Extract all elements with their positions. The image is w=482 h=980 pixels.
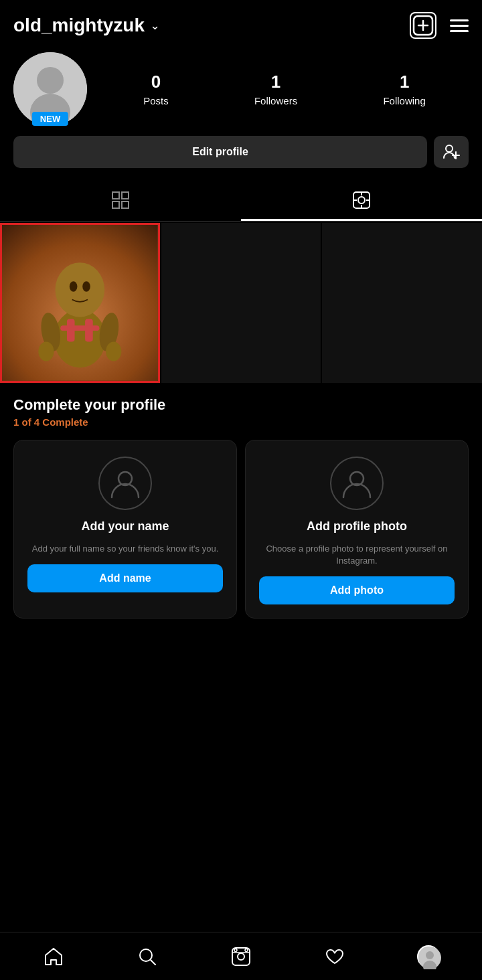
photo-grid bbox=[0, 223, 482, 383]
nav-profile-avatar bbox=[417, 945, 440, 968]
followers-label: Followers bbox=[254, 95, 297, 106]
add-photo-button[interactable]: Add photo bbox=[259, 576, 455, 604]
profile-nav-icon bbox=[418, 947, 441, 969]
person-add-icon bbox=[443, 143, 460, 161]
svg-point-14 bbox=[358, 197, 365, 203]
tab-grid[interactable] bbox=[0, 181, 241, 221]
following-label: Following bbox=[383, 95, 425, 106]
svg-rect-12 bbox=[122, 201, 129, 208]
groot-image bbox=[2, 225, 158, 381]
header-right bbox=[410, 12, 469, 39]
profile-section: NEW 0 Posts 1 Followers 1 Following bbox=[0, 46, 482, 136]
reels-icon bbox=[231, 947, 251, 967]
svg-point-21 bbox=[54, 309, 106, 368]
card-avatar-icon-1 bbox=[98, 457, 152, 510]
search-icon bbox=[137, 947, 157, 967]
posts-stat[interactable]: 0 Posts bbox=[143, 72, 169, 106]
profile-tabs bbox=[0, 181, 482, 222]
username-label[interactable]: old_mightyzuk bbox=[13, 15, 145, 36]
grid-item-3[interactable] bbox=[322, 223, 482, 383]
edit-profile-button[interactable]: Edit profile bbox=[13, 136, 427, 168]
svg-line-35 bbox=[151, 960, 155, 965]
person-icon-2 bbox=[340, 467, 374, 500]
svg-point-28 bbox=[106, 341, 121, 361]
grid-item-2[interactable] bbox=[161, 223, 321, 383]
stats-section: 0 Posts 1 Followers 1 Following bbox=[100, 72, 469, 106]
new-badge: NEW bbox=[32, 112, 68, 126]
complete-profile-section: Complete your profile 1 of 4 Complete Ad… bbox=[0, 383, 482, 625]
svg-point-4 bbox=[37, 67, 64, 94]
svg-rect-11 bbox=[112, 201, 119, 208]
plus-square-icon bbox=[412, 15, 434, 36]
svg-point-23 bbox=[70, 281, 78, 292]
svg-point-37 bbox=[238, 953, 244, 960]
header-left: old_mightyzuk ⌄ bbox=[13, 15, 160, 36]
add-photo-card: Add profile photo Choose a profile photo… bbox=[245, 440, 469, 619]
bottom-nav bbox=[0, 932, 482, 980]
following-count: 1 bbox=[400, 72, 409, 92]
card-title-1: Add your name bbox=[81, 519, 169, 534]
home-icon bbox=[44, 947, 64, 967]
svg-point-40 bbox=[245, 949, 248, 951]
followers-count: 1 bbox=[271, 72, 280, 92]
card-title-2: Add profile photo bbox=[307, 519, 407, 534]
heart-icon bbox=[325, 947, 345, 967]
posts-label: Posts bbox=[143, 95, 169, 106]
add-name-button[interactable]: Add name bbox=[27, 564, 223, 592]
nav-profile[interactable] bbox=[408, 936, 449, 977]
svg-rect-10 bbox=[122, 192, 129, 199]
nav-reels[interactable] bbox=[221, 936, 261, 977]
add-post-button[interactable] bbox=[410, 12, 436, 39]
card-desc-2: Choose a profile photo to represent your… bbox=[259, 543, 455, 567]
card-desc-1: Add your full name so your friends know … bbox=[32, 543, 219, 555]
grid-icon bbox=[111, 191, 130, 210]
hamburger-menu-button[interactable] bbox=[450, 19, 469, 32]
svg-point-6 bbox=[446, 145, 453, 152]
tab-tagged[interactable] bbox=[241, 181, 482, 221]
person-icon-1 bbox=[108, 467, 142, 500]
header: old_mightyzuk ⌄ bbox=[0, 0, 482, 46]
svg-point-39 bbox=[234, 949, 237, 951]
card-avatar-icon-2 bbox=[330, 457, 384, 510]
grid-item-1[interactable] bbox=[0, 223, 160, 383]
nav-activity[interactable] bbox=[315, 936, 355, 977]
svg-rect-31 bbox=[60, 325, 99, 331]
svg-point-42 bbox=[426, 951, 434, 959]
edit-section: Edit profile bbox=[0, 136, 482, 181]
complete-progress: 1 of 4 Complete bbox=[13, 416, 469, 428]
progress-rest: Complete bbox=[39, 416, 88, 428]
progress-highlight: 1 of 4 bbox=[13, 416, 39, 428]
svg-rect-36 bbox=[232, 948, 250, 965]
svg-point-27 bbox=[38, 341, 54, 361]
followers-stat[interactable]: 1 Followers bbox=[254, 72, 297, 106]
account-switcher-chevron-icon[interactable]: ⌄ bbox=[150, 18, 160, 33]
svg-point-22 bbox=[55, 262, 104, 317]
tagged-icon bbox=[352, 191, 371, 210]
following-stat[interactable]: 1 Following bbox=[383, 72, 425, 106]
nav-home[interactable] bbox=[33, 936, 74, 977]
svg-point-24 bbox=[82, 281, 90, 292]
nav-search[interactable] bbox=[127, 936, 167, 977]
svg-rect-9 bbox=[112, 192, 119, 199]
complete-profile-title: Complete your profile bbox=[13, 396, 469, 414]
avatar-container: NEW bbox=[13, 52, 87, 126]
completion-cards: Add your name Add your full name so your… bbox=[13, 440, 469, 619]
posts-count: 0 bbox=[151, 72, 161, 92]
add-friend-button[interactable] bbox=[434, 136, 469, 168]
add-name-card: Add your name Add your full name so your… bbox=[13, 440, 237, 619]
